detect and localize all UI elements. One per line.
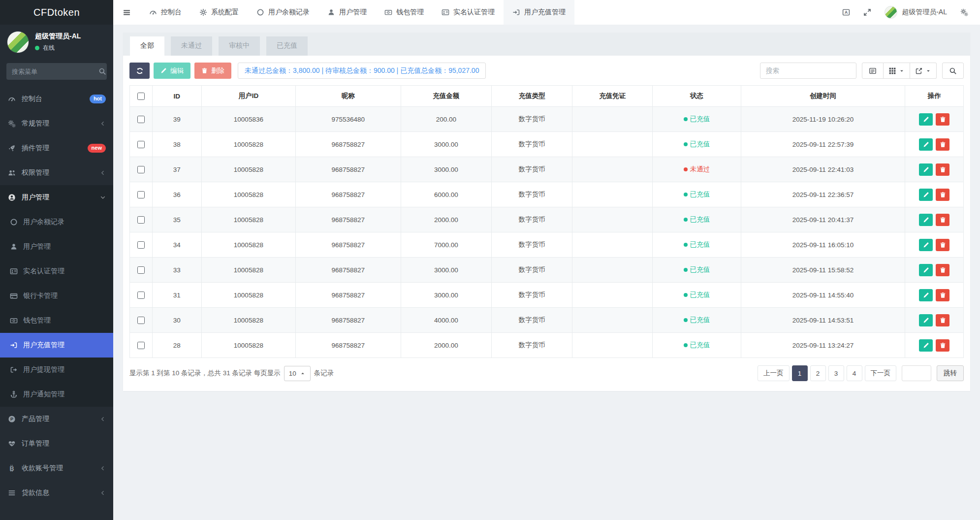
sidebar-item-用户管理[interactable]: 用户管理: [0, 185, 113, 210]
sidebar-subitem-用户管理[interactable]: 用户管理: [0, 234, 113, 259]
topnav-item-用户充值管理[interactable]: 用户充值管理: [504, 0, 574, 25]
column-header-创建时间[interactable]: 创建时间: [741, 86, 905, 107]
export-button[interactable]: [910, 63, 937, 79]
table-row[interactable]: 33100058289687588273000.00数字货币已充值2025-09…: [130, 258, 964, 283]
tab-全部[interactable]: 全部: [130, 36, 164, 56]
row-edit-button[interactable]: [919, 214, 933, 226]
row-delete-button[interactable]: [936, 113, 949, 126]
row-checkbox[interactable]: [137, 191, 145, 198]
sidebar-item-权限管理[interactable]: 权限管理: [0, 161, 113, 185]
table-search-input[interactable]: [760, 63, 856, 79]
sidebar-item-贷款信息[interactable]: 贷款信息: [0, 481, 113, 505]
row-edit-button[interactable]: [919, 339, 933, 352]
tab-已充值[interactable]: 已充值: [266, 36, 308, 56]
sidebar-subitem-用户充值管理[interactable]: 用户充值管理: [0, 333, 113, 358]
topnav-item-用户余额记录[interactable]: 用户余额记录: [248, 0, 318, 25]
edit-button[interactable]: 编辑: [154, 63, 190, 79]
sidebar-subitem-银行卡管理[interactable]: 银行卡管理: [0, 284, 113, 308]
row-checkbox[interactable]: [137, 342, 145, 349]
table-row[interactable]: 37100058289687588273000.00数字货币未通过2025-09…: [130, 157, 964, 182]
row-checkbox[interactable]: [137, 317, 145, 324]
fullscreen-icon[interactable]: [863, 8, 871, 16]
table-row[interactable]: 3910005836975536480200.00数字货币已充值2025-11-…: [130, 107, 964, 132]
next-page-button[interactable]: 下一页: [865, 365, 897, 381]
topnav-item-用户管理[interactable]: 用户管理: [318, 0, 376, 25]
row-delete-button[interactable]: [936, 339, 949, 352]
sidebar-subitem-实名认证管理[interactable]: 实名认证管理: [0, 259, 113, 284]
column-header-用户ID[interactable]: 用户ID: [201, 86, 295, 107]
sidebar-subitem-用户余额记录[interactable]: 用户余额记录: [0, 210, 113, 234]
row-delete-button[interactable]: [936, 264, 949, 276]
sidebar-item-产品管理[interactable]: P产品管理: [0, 407, 113, 431]
common-search-button[interactable]: [862, 63, 884, 79]
page-jump-input[interactable]: [902, 365, 931, 381]
refresh-button[interactable]: [129, 63, 150, 79]
table-row[interactable]: 36100058289687588276000.00数字货币已充值2025-09…: [130, 182, 964, 207]
column-header-状态[interactable]: 状态: [653, 86, 741, 107]
sidebar-item-常规管理[interactable]: 常规管理: [0, 111, 113, 136]
table-row[interactable]: 31100058289687588273000.00数字货币已充值2025-09…: [130, 283, 964, 308]
column-header-充值凭证[interactable]: 充值凭证: [572, 86, 653, 107]
topnav-item-钱包管理[interactable]: 钱包管理: [376, 0, 433, 25]
row-edit-button[interactable]: [919, 239, 933, 251]
prev-page-button[interactable]: 上一页: [758, 365, 790, 381]
tab-审核中[interactable]: 审核中: [219, 36, 260, 56]
table-row[interactable]: 28100058289687588272000.00数字货币已充值2025-09…: [130, 333, 964, 358]
row-delete-button[interactable]: [936, 289, 949, 301]
table-row[interactable]: 34100058289687588277000.00数字货币已充值2025-09…: [130, 232, 964, 258]
row-edit-button[interactable]: [919, 289, 933, 301]
row-checkbox[interactable]: [137, 116, 145, 123]
row-delete-button[interactable]: [936, 214, 949, 226]
page-size-dropdown[interactable]: 10: [284, 366, 311, 381]
delete-button[interactable]: 删除: [194, 63, 231, 79]
sidebar-subitem-用户提现管理[interactable]: 用户提现管理: [0, 358, 113, 382]
column-header-操作[interactable]: 操作: [905, 86, 964, 107]
column-header-充值金额[interactable]: 充值金额: [401, 86, 492, 107]
row-delete-button[interactable]: [936, 163, 949, 176]
sidebar-item-收款账号管理[interactable]: B收款账号管理: [0, 456, 113, 481]
language-icon[interactable]: A: [842, 8, 850, 16]
column-header-充值类型[interactable]: 充值类型: [492, 86, 572, 107]
column-header-昵称[interactable]: 昵称: [296, 86, 401, 107]
settings-cogs-icon[interactable]: [960, 8, 968, 16]
row-checkbox[interactable]: [137, 216, 145, 224]
sidebar-search-input[interactable]: [12, 68, 98, 75]
topnav-item-控制台[interactable]: 控制台: [140, 0, 190, 25]
row-delete-button[interactable]: [936, 239, 949, 251]
sidebar-subitem-用户通知管理[interactable]: 用户通知管理: [0, 382, 113, 407]
row-edit-button[interactable]: [919, 113, 933, 126]
page-button-4[interactable]: 4: [847, 365, 862, 381]
row-edit-button[interactable]: [919, 163, 933, 176]
topnav-item-实名认证管理[interactable]: 实名认证管理: [433, 0, 504, 25]
row-checkbox[interactable]: [137, 166, 145, 173]
page-button-1[interactable]: 1: [792, 365, 808, 381]
row-edit-button[interactable]: [919, 189, 933, 201]
navbar-user-menu[interactable]: 超级管理员-AL: [885, 6, 947, 19]
page-jump-button[interactable]: 跳转: [937, 365, 964, 381]
row-delete-button[interactable]: [936, 138, 949, 151]
row-checkbox[interactable]: [137, 141, 145, 148]
row-edit-button[interactable]: [919, 264, 933, 276]
row-checkbox[interactable]: [137, 292, 145, 299]
table-row[interactable]: 35100058289687588272000.00数字货币已充值2025-09…: [130, 207, 964, 232]
sidebar-item-控制台[interactable]: 控制台hot: [0, 87, 113, 111]
table-row[interactable]: 30100058289687588274000.00数字货币已充值2025-09…: [130, 308, 964, 333]
row-edit-button[interactable]: [919, 138, 933, 151]
row-checkbox[interactable]: [137, 241, 145, 249]
sidebar-search[interactable]: [6, 63, 107, 80]
sidebar-item-插件管理[interactable]: 插件管理new: [0, 136, 113, 161]
row-delete-button[interactable]: [936, 189, 949, 201]
columns-toggle-button[interactable]: [884, 63, 910, 79]
page-button-3[interactable]: 3: [828, 365, 844, 381]
topnav-item-系统配置[interactable]: 系统配置: [190, 0, 248, 25]
table-row[interactable]: 38100058289687588273000.00数字货币已充值2025-09…: [130, 132, 964, 157]
sidebar-subitem-钱包管理[interactable]: 钱包管理: [0, 308, 113, 333]
row-delete-button[interactable]: [936, 314, 949, 326]
page-button-2[interactable]: 2: [810, 365, 826, 381]
row-edit-button[interactable]: [919, 314, 933, 326]
column-header-ID[interactable]: ID: [152, 86, 201, 107]
sidebar-item-订单管理[interactable]: 订单管理: [0, 431, 113, 456]
tab-未通过[interactable]: 未通过: [171, 36, 212, 56]
row-checkbox[interactable]: [137, 266, 145, 274]
advanced-search-button[interactable]: [942, 63, 964, 79]
